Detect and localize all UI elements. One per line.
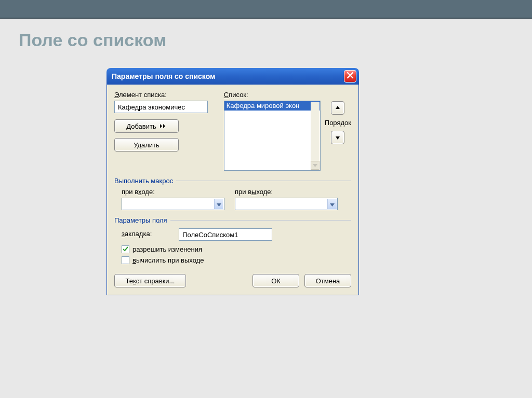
checkbox-allow-changes[interactable] — [122, 245, 129, 253]
chevron-down-icon — [330, 200, 335, 208]
cancel-button[interactable]: Отмена — [304, 274, 351, 287]
macro-enter-combo[interactable] — [122, 198, 224, 210]
section-params-header: Параметры поля — [114, 216, 351, 224]
label-allow-changes: разрешить изменения — [132, 245, 202, 253]
bookmark-input[interactable] — [179, 228, 272, 241]
add-arrow-icon — [159, 122, 167, 130]
label-order: Порядок — [325, 119, 351, 127]
arrow-down-icon — [335, 134, 340, 142]
ok-button[interactable]: ОК — [252, 274, 299, 287]
move-down-button[interactable] — [331, 131, 344, 144]
help-text-button[interactable]: Текст справки... — [114, 274, 186, 287]
close-icon — [347, 72, 354, 81]
macro-exit-combo[interactable] — [235, 198, 338, 210]
arrow-up-icon — [335, 104, 340, 112]
scroll-down-icon — [311, 161, 320, 170]
section-macro-header: Выполнить макрос — [114, 177, 351, 185]
add-button[interactable]: Добавить — [114, 119, 179, 133]
combo-dropdown-button[interactable] — [327, 199, 337, 209]
dialog-body: Элемент списка: Добавить Удалить Список:… — [107, 85, 359, 295]
label-on-exit: при выходе: — [235, 188, 338, 196]
label-element: Элемент списка: — [114, 91, 224, 99]
label-bookmark: закладка: — [122, 230, 152, 238]
dialog-title: Параметры поля со списком — [112, 72, 215, 80]
label-calc-on-exit: вычислить при выходе — [132, 256, 204, 264]
checkbox-calc-on-exit[interactable] — [122, 256, 129, 264]
presentation-top-bar — [0, 0, 532, 18]
page-title: Поле со списком — [0, 19, 532, 50]
element-input[interactable] — [114, 101, 208, 113]
label-list: Список: — [224, 91, 321, 99]
dialog-titlebar[interactable]: Параметры поля со списком — [107, 68, 359, 85]
close-button[interactable] — [344, 70, 356, 83]
list-scrollbar[interactable] — [311, 102, 320, 170]
combo-dropdown-button[interactable] — [214, 199, 223, 209]
dialog-window: Параметры поля со списком Элемент списка… — [107, 68, 359, 295]
delete-button[interactable]: Удалить — [114, 138, 179, 152]
move-up-button[interactable] — [331, 101, 344, 115]
list-item[interactable]: Кафедра мировой экон — [224, 101, 320, 111]
listbox[interactable]: Кафедра мировой экон — [224, 101, 321, 171]
chevron-down-icon — [217, 200, 221, 208]
label-on-enter: при входе: — [122, 188, 224, 196]
